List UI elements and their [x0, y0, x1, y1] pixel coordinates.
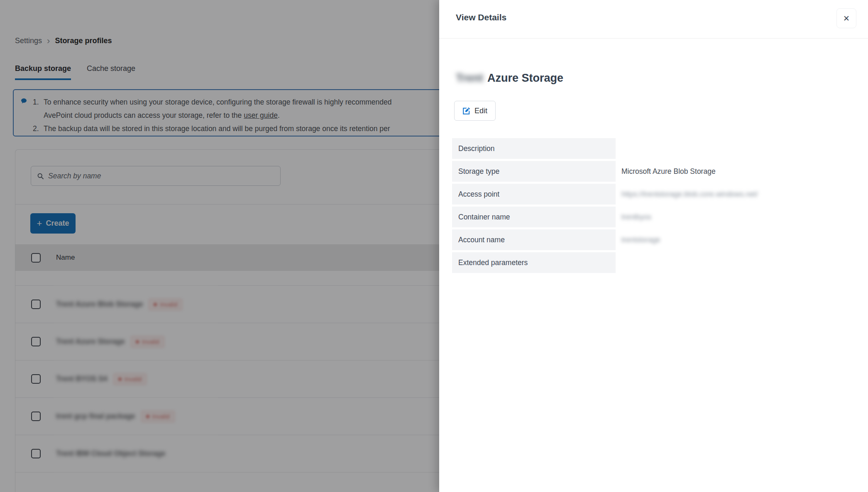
- panel-header: View Details ✕: [439, 0, 868, 39]
- close-x-icon: ✕: [843, 14, 850, 23]
- detail-table: Description Storage type Microsoft Azure…: [452, 138, 851, 275]
- detail-value: [616, 138, 851, 159]
- detail-value: Microsoft Azure Blob Storage: [616, 161, 851, 182]
- storage-profile-title-visible-part: Azure Storage: [487, 72, 563, 85]
- pencil-square-icon: [462, 107, 470, 115]
- app-root: Settings › Storage profiles Backup stora…: [0, 0, 868, 492]
- detail-label: Container name: [452, 207, 616, 227]
- detail-label: Storage type: [452, 161, 616, 182]
- panel-title: View Details: [456, 12, 506, 22]
- detail-value-blurred: trentstorage: [616, 229, 851, 250]
- close-button[interactable]: ✕: [836, 8, 856, 28]
- edit-button-label: Edit: [474, 107, 487, 115]
- edit-button[interactable]: Edit: [454, 101, 496, 121]
- storage-profile-title: Trent Azure Storage: [456, 72, 563, 85]
- detail-row-description: Description: [452, 138, 851, 159]
- detail-row-storage-type: Storage type Microsoft Azure Blob Storag…: [452, 161, 851, 182]
- detail-label: Extended parameters: [452, 252, 616, 273]
- detail-label: Access point: [452, 184, 616, 205]
- detail-value-blurred: trentbyos: [616, 207, 851, 227]
- detail-value: [616, 252, 851, 273]
- detail-value-blurred: https://trentstorage.blob.core.windows.n…: [616, 184, 851, 205]
- detail-row-container-name: Container name trentbyos: [452, 207, 851, 227]
- view-details-panel: View Details ✕ Trent Azure Storage Edit …: [439, 0, 868, 492]
- detail-row-extended-parameters: Extended parameters: [452, 252, 851, 273]
- detail-label: Description: [452, 138, 616, 159]
- storage-profile-title-blurred-part: Trent: [456, 72, 483, 85]
- detail-row-account-name: Account name trentstorage: [452, 229, 851, 250]
- detail-label: Account name: [452, 229, 616, 250]
- detail-row-access-point: Access point https://trentstorage.blob.c…: [452, 184, 851, 205]
